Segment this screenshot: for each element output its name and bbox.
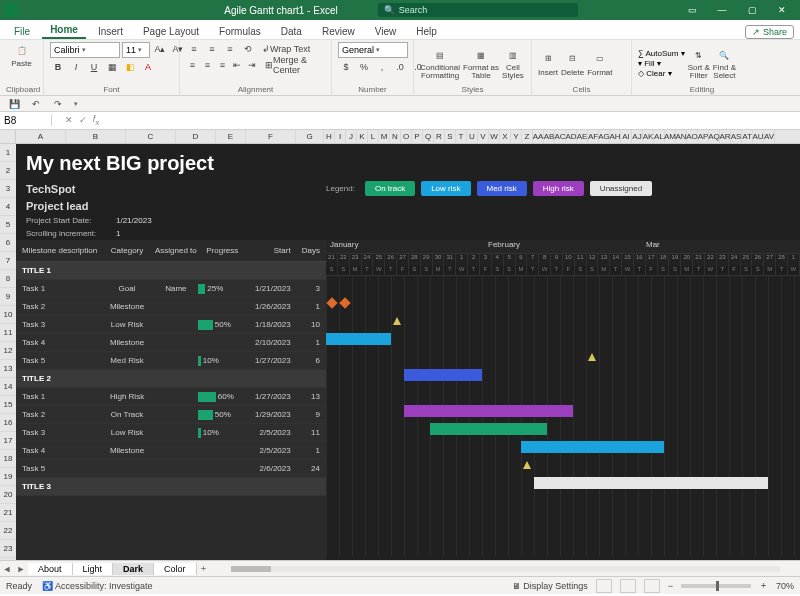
col-header[interactable]: A — [16, 130, 66, 143]
col-header[interactable]: I — [335, 130, 346, 143]
format-as-table-button[interactable]: ▦Format as Table — [463, 47, 499, 80]
col-header[interactable]: H — [324, 130, 335, 143]
gantt-bar[interactable] — [404, 405, 573, 417]
view-normal-icon[interactable] — [596, 579, 612, 593]
col-header[interactable]: AI — [621, 130, 632, 143]
col-header[interactable]: AB — [544, 130, 555, 143]
col-header[interactable]: Y — [511, 130, 522, 143]
section-title-row[interactable]: TITLE 3 — [16, 478, 326, 496]
tab-view[interactable]: View — [367, 24, 405, 39]
task-row[interactable]: Task 3Low Risk50%1/18/202310 — [16, 316, 326, 334]
view-break-icon[interactable] — [644, 579, 660, 593]
col-header[interactable]: AT — [742, 130, 753, 143]
insert-cells-button[interactable]: ⊞Insert — [538, 51, 558, 77]
paste-button[interactable]: 📋 Paste — [11, 42, 31, 68]
task-row[interactable]: Task 4Milestone2/5/20231 — [16, 442, 326, 460]
undo-icon[interactable]: ↶ — [28, 97, 44, 111]
col-header[interactable]: P — [412, 130, 423, 143]
accessibility-status[interactable]: ♿ Accessibility: Investigate — [42, 581, 153, 591]
ribbon-options-icon[interactable]: ▭ — [678, 0, 706, 20]
sheet-tab[interactable]: Light — [73, 563, 114, 575]
task-row[interactable]: Task 4Milestone2/10/20231 — [16, 334, 326, 352]
sheet-nav-prev[interactable]: ◄ — [0, 564, 14, 574]
col-header[interactable]: AQ — [709, 130, 720, 143]
conditional-formatting-button[interactable]: ▤Conditional Formatting — [420, 47, 460, 80]
fx-cancel-icon[interactable]: ✕ — [65, 115, 73, 125]
qat-more-icon[interactable]: ▾ — [74, 100, 78, 108]
col-header[interactable]: AK — [643, 130, 654, 143]
col-header[interactable]: T — [456, 130, 467, 143]
col-header[interactable]: Q — [423, 130, 434, 143]
col-header[interactable]: R — [434, 130, 445, 143]
col-header[interactable]: K — [357, 130, 368, 143]
indent-dec-icon[interactable]: ⇤ — [231, 58, 244, 72]
align-right-icon[interactable]: ≡ — [216, 58, 229, 72]
worksheet[interactable]: 123456789101112131415161718192021222324 … — [0, 144, 800, 560]
font-name-combo[interactable]: Calibri▾ — [50, 42, 120, 58]
sort-filter-button[interactable]: ⇅Sort & Filter — [688, 47, 710, 80]
comma-icon[interactable]: , — [374, 60, 390, 74]
sheet-tab[interactable]: Dark — [113, 563, 154, 575]
redo-icon[interactable]: ↷ — [50, 97, 66, 111]
col-header[interactable]: AE — [577, 130, 588, 143]
tab-review[interactable]: Review — [314, 24, 363, 39]
align-bot-icon[interactable]: ≡ — [222, 42, 238, 56]
align-top-icon[interactable]: ≡ — [186, 42, 202, 56]
sheet-tab[interactable]: Color — [154, 563, 197, 575]
name-box[interactable]: B8 — [0, 115, 52, 126]
close-button[interactable]: ✕ — [768, 0, 796, 20]
zoom-level[interactable]: 70% — [776, 581, 794, 591]
orientation-icon[interactable]: ⟲ — [240, 42, 256, 56]
col-header[interactable]: J — [346, 130, 357, 143]
col-header[interactable]: S — [445, 130, 456, 143]
gantt-bar[interactable] — [521, 441, 664, 453]
col-header[interactable]: AC — [555, 130, 566, 143]
col-header[interactable]: AS — [731, 130, 742, 143]
col-header[interactable]: U — [467, 130, 478, 143]
font-color-button[interactable]: A — [140, 60, 156, 74]
col-header[interactable]: B — [66, 130, 126, 143]
delete-cells-button[interactable]: ⊟Delete — [561, 51, 584, 77]
gantt-bar[interactable] — [404, 369, 482, 381]
gantt-bar[interactable] — [326, 333, 391, 345]
indent-inc-icon[interactable]: ⇥ — [246, 58, 259, 72]
task-row[interactable]: Task 2Milestone1/26/20231 — [16, 298, 326, 316]
tab-help[interactable]: Help — [408, 24, 445, 39]
tab-data[interactable]: Data — [273, 24, 310, 39]
tab-formulas[interactable]: Formulas — [211, 24, 269, 39]
col-header[interactable]: AO — [687, 130, 698, 143]
col-header[interactable]: C — [126, 130, 176, 143]
font-size-combo[interactable]: 11▾ — [122, 42, 150, 58]
sheet-add-button[interactable]: ＋ — [197, 562, 211, 575]
border-button[interactable]: ▦ — [104, 60, 120, 74]
align-center-icon[interactable]: ≡ — [201, 58, 214, 72]
inc-decimal-icon[interactable]: .0 — [392, 60, 408, 74]
col-header[interactable]: AV — [764, 130, 775, 143]
section-title-row[interactable]: TITLE 1 — [16, 262, 326, 280]
col-header[interactable]: AU — [753, 130, 764, 143]
task-row[interactable]: Task 1GoalName25%1/21/20233 — [16, 280, 326, 298]
tab-page-layout[interactable]: Page Layout — [135, 24, 207, 39]
view-page-icon[interactable] — [620, 579, 636, 593]
task-row[interactable]: Task 1High Risk60%1/27/202313 — [16, 388, 326, 406]
col-header[interactable]: G — [296, 130, 324, 143]
task-row[interactable]: Task 5Med Risk10%1/27/20236 — [16, 352, 326, 370]
horizontal-scrollbar[interactable] — [231, 564, 780, 574]
clear-button[interactable]: ◇ Clear ▾ — [638, 69, 685, 78]
col-header[interactable]: E — [216, 130, 246, 143]
underline-button[interactable]: U — [86, 60, 102, 74]
section-title-row[interactable]: TITLE 2 — [16, 370, 326, 388]
autosum-button[interactable]: ∑ AutoSum ▾ — [638, 49, 685, 58]
col-header[interactable]: V — [478, 130, 489, 143]
percent-icon[interactable]: % — [356, 60, 372, 74]
col-header[interactable]: F — [246, 130, 296, 143]
align-left-icon[interactable]: ≡ — [186, 58, 199, 72]
fx-accept-icon[interactable]: ✓ — [79, 115, 87, 125]
col-header[interactable]: AA — [533, 130, 544, 143]
col-header[interactable]: AR — [720, 130, 731, 143]
tab-file[interactable]: File — [6, 24, 38, 39]
sheet-tab[interactable]: About — [28, 563, 73, 575]
currency-icon[interactable]: $ — [338, 60, 354, 74]
fill-color-button[interactable]: ◧ — [122, 60, 138, 74]
col-header[interactable]: AD — [566, 130, 577, 143]
